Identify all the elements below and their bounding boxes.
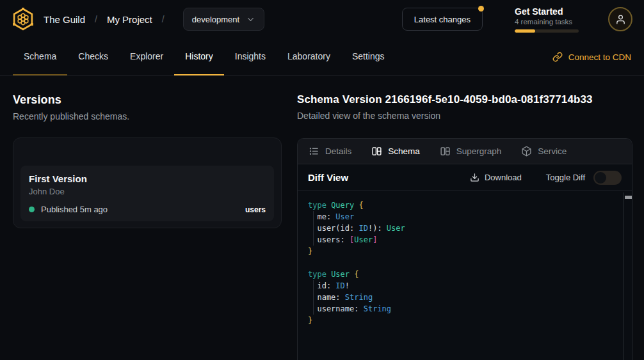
avatar-button[interactable] xyxy=(608,7,632,31)
diff-view-header: Diff View Download Toggle Diff xyxy=(298,164,632,191)
columns-icon xyxy=(371,146,382,157)
link-icon xyxy=(552,52,563,62)
code-line xyxy=(308,257,622,269)
tab-service-label: Service xyxy=(538,146,567,156)
get-started-title: Get Started xyxy=(515,6,579,17)
tab-schema-label: Schema xyxy=(388,146,420,156)
tab-supergraph-label: Supergraph xyxy=(456,146,502,156)
code-line: me: User xyxy=(308,211,622,223)
breadcrumb-separator: / xyxy=(162,14,165,24)
primary-nav: SchemaChecksExplorerHistoryInsightsLabor… xyxy=(0,38,644,76)
versions-title: Versions xyxy=(13,93,282,107)
get-started-widget[interactable]: Get Started 4 remaining tasks xyxy=(515,6,579,33)
notification-dot xyxy=(478,6,484,12)
toggle-diff-switch[interactable] xyxy=(593,171,622,185)
top-bar: The Guild / My Project / development Lat… xyxy=(0,0,644,38)
tab-supergraph[interactable]: Supergraph xyxy=(440,146,502,157)
environment-selector[interactable]: development xyxy=(183,8,264,31)
schema-version-detail: Schema Version 2166196f-5e10-4059-bd0a-0… xyxy=(297,93,632,360)
tab-service[interactable]: Service xyxy=(521,146,567,157)
version-list-item[interactable]: First Version John Doe Published 5m ago … xyxy=(20,166,274,221)
schema-detail-panel: Details Schema Supergraph Service Diff V… xyxy=(297,138,632,360)
breadcrumb-separator: / xyxy=(95,14,97,24)
code-line: } xyxy=(308,315,622,326)
code-line: type User { xyxy=(308,269,622,280)
vertical-scrollbar[interactable] xyxy=(624,192,632,360)
get-started-progress-track xyxy=(515,29,579,33)
version-meta-row: Published 5m ago users xyxy=(29,205,266,214)
scrollbar-thumb[interactable] xyxy=(625,196,632,199)
tab-schema[interactable]: Schema xyxy=(371,146,420,157)
switch-knob xyxy=(595,172,606,184)
nav-tab-settings[interactable]: Settings xyxy=(341,38,396,75)
code-line: name: String xyxy=(308,292,622,303)
schema-code-area: type Query { me: User user(id: ID!): Use… xyxy=(298,191,632,360)
tab-details-label: Details xyxy=(325,146,351,156)
detail-tab-bar: Details Schema Supergraph Service xyxy=(298,139,632,164)
versions-panel: Versions Recently published schemas. Fir… xyxy=(13,93,282,360)
versions-subtitle: Recently published schemas. xyxy=(13,111,282,121)
breadcrumb-project[interactable]: My Project xyxy=(107,14,152,25)
environment-value: development xyxy=(192,15,239,24)
toggle-diff-label: Toggle Diff xyxy=(546,173,585,182)
connect-to-cdn-link[interactable]: Connect to CDN xyxy=(552,38,631,75)
box-icon xyxy=(521,146,532,157)
version-status: Published 5m ago xyxy=(41,205,108,214)
published-status-dot xyxy=(29,207,35,212)
download-label: Download xyxy=(485,173,522,182)
get-started-progress-fill xyxy=(515,29,535,33)
list-icon xyxy=(309,146,319,157)
download-icon xyxy=(470,173,479,182)
schema-version-title: Schema Version 2166196f-5e10-4059-bd0a-0… xyxy=(297,93,632,106)
code-line: users: [User] xyxy=(308,234,622,246)
code-line: username: String xyxy=(308,303,622,315)
nav-spacer xyxy=(396,38,552,75)
nav-tab-schema[interactable]: Schema xyxy=(13,38,67,75)
nav-tab-insights[interactable]: Insights xyxy=(224,38,277,75)
nav-tabs: SchemaChecksExplorerHistoryInsightsLabor… xyxy=(13,38,396,75)
download-button[interactable]: Download xyxy=(470,173,522,182)
get-started-subtitle: 4 remaining tasks xyxy=(515,18,579,26)
service-badge: users xyxy=(245,205,266,214)
version-name: First Version xyxy=(29,173,266,184)
nav-tab-history[interactable]: History xyxy=(174,38,224,75)
version-author: John Doe xyxy=(29,187,266,196)
code-line: id: ID! xyxy=(308,280,622,292)
hive-logo[interactable] xyxy=(10,6,36,32)
code-line: user(id: ID!): User xyxy=(308,223,622,234)
breadcrumb-org[interactable]: The Guild xyxy=(44,14,85,25)
chevron-down-icon xyxy=(246,15,255,24)
code-block: type Query { me: User user(id: ID!): Use… xyxy=(298,191,632,334)
nav-tab-explorer[interactable]: Explorer xyxy=(119,38,174,75)
nav-tab-laboratory[interactable]: Laboratory xyxy=(277,38,341,75)
user-icon xyxy=(615,14,626,25)
tab-details[interactable]: Details xyxy=(309,146,351,157)
versions-card: First Version John Doe Published 5m ago … xyxy=(13,137,282,228)
columns-icon xyxy=(440,146,451,157)
main-content: Versions Recently published schemas. Fir… xyxy=(0,76,644,360)
nav-tab-checks[interactable]: Checks xyxy=(67,38,119,75)
latest-changes-button[interactable]: Latest changes xyxy=(402,8,483,31)
diff-view-title: Diff View xyxy=(308,172,348,183)
code-line: } xyxy=(308,246,622,257)
code-line: type Query { xyxy=(308,200,622,211)
breadcrumb: The Guild / My Project / xyxy=(44,14,174,25)
connect-to-cdn-label: Connect to CDN xyxy=(568,52,631,62)
latest-changes-label: Latest changes xyxy=(414,15,471,24)
schema-version-subtitle: Detailed view of the schema version xyxy=(297,111,632,121)
